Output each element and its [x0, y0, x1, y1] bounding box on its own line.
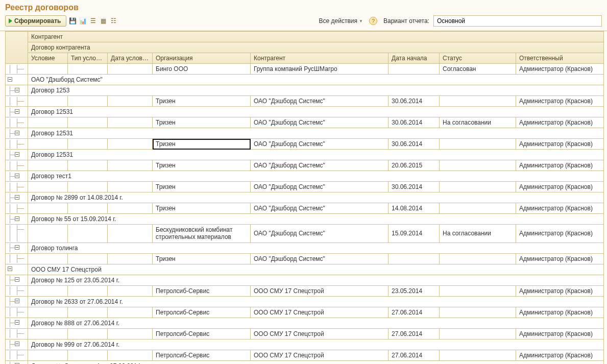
- cell-data_usl: [108, 139, 153, 150]
- cell-tip: [68, 160, 108, 171]
- table-row[interactable]: Бескудниковский комбинат строительных ма…: [6, 225, 604, 243]
- cell-org: Петролсиб-Сервис: [153, 328, 251, 339]
- group-row[interactable]: Договор № 125 от 23.05.2014 г.: [6, 275, 604, 285]
- cell-otv: Администратор (Краснов): [516, 64, 604, 75]
- collapse-icon[interactable]: [15, 109, 19, 114]
- collapse-icon[interactable]: [15, 174, 19, 178]
- contracts-grid[interactable]: Контрагент Договор контрагента Условие Т…: [5, 31, 604, 364]
- cell-kontragent: ОАО "Дэшборд Системс": [251, 203, 389, 214]
- group-row[interactable]: Договор № 55 от 15.09.2014 г.: [6, 214, 604, 225]
- tree-cell: [6, 264, 28, 275]
- cell-date: 30.06.2014: [389, 117, 440, 128]
- cell-tip: [68, 285, 108, 296]
- table-row[interactable]: ТризенОАО "Дэшборд Системс"30.06.2014Адм…: [6, 139, 604, 150]
- group-row[interactable]: Договор № 2899 от 14.08.2014 г.: [6, 192, 604, 203]
- cell-uslovie: [28, 182, 68, 192]
- header-data-usl[interactable]: Дата условия: [108, 53, 153, 64]
- variant-input[interactable]: [433, 15, 602, 27]
- collapse-icon[interactable]: [8, 266, 12, 271]
- table-row[interactable]: Бинго ОООГруппа компаний РусШМагроСоглас…: [6, 64, 604, 75]
- cell-date: 30.06.2014: [389, 139, 440, 150]
- group-row[interactable]: Договор тест1: [6, 171, 604, 182]
- header-status[interactable]: Статус: [440, 53, 516, 64]
- cell-org: Бинго ООО: [153, 64, 251, 75]
- tree-cell: [6, 225, 28, 243]
- group-row[interactable]: Договор толинга: [6, 242, 604, 253]
- group-label: ООО СМУ 17 Спецстрой: [28, 264, 604, 275]
- cell-tip: [68, 203, 108, 214]
- header-data-start[interactable]: Дата начала: [389, 53, 440, 64]
- list-icon[interactable]: ☷: [109, 17, 117, 25]
- cell-status: [440, 307, 516, 318]
- group-row[interactable]: Договор 12531: [6, 128, 604, 139]
- table-row[interactable]: Петролсиб-СервисООО СМУ 17 Спецстрой27.0…: [6, 328, 604, 339]
- cell-uslovie: [28, 350, 68, 360]
- group-row[interactable]: Договор 1253: [6, 85, 604, 96]
- cell-status: [440, 350, 516, 360]
- group-row[interactable]: Договор 12531: [6, 150, 604, 160]
- save-report-icon[interactable]: 💾: [68, 17, 77, 25]
- group-label: Договор № 2899 от 14.08.2014 г.: [28, 192, 604, 203]
- group-row[interactable]: ОАО "Дэшборд Системс": [6, 75, 604, 85]
- table-row[interactable]: ТризенОАО "Дэшборд Системс"Администратор…: [6, 253, 604, 264]
- cell-uslovie: [28, 139, 68, 150]
- cell-status: [440, 203, 516, 214]
- group-label: Договор № 55 от 15.09.2014 г.: [28, 214, 604, 225]
- help-icon[interactable]: ?: [369, 17, 377, 25]
- table-row[interactable]: ТризенОАО "Дэшборд Системс"14.08.2014Адм…: [6, 203, 604, 214]
- table-row[interactable]: Петролсиб-СервисООО СМУ 17 Спецстрой27.0…: [6, 307, 604, 318]
- cell-otv: Администратор (Краснов): [516, 225, 604, 243]
- collapse-icon[interactable]: [15, 131, 19, 135]
- header-kontragent[interactable]: Контрагент: [251, 53, 389, 64]
- cell-data_usl: [108, 182, 153, 192]
- tree-cell: [6, 203, 28, 214]
- cell-data_usl: [108, 285, 153, 296]
- table-row[interactable]: ТризенОАО "Дэшборд Системс"30.06.2014Адм…: [6, 182, 604, 192]
- collapse-icon[interactable]: [15, 342, 19, 346]
- table-icon[interactable]: ▦: [99, 17, 107, 25]
- header-otv[interactable]: Ответственный: [516, 53, 604, 64]
- cell-otv: Администратор (Краснов): [516, 253, 604, 264]
- table-row[interactable]: ТризенОАО "Дэшборд Системс"30.06.2014На …: [6, 117, 604, 128]
- header-uslovie[interactable]: Условие: [28, 53, 68, 64]
- table-row[interactable]: ТризенОАО "Дэшборд Системс"20.06.2015Адм…: [6, 160, 604, 171]
- group-row[interactable]: Договор № 999 от 27.06.2014 г.: [6, 339, 604, 350]
- form-button[interactable]: Сформировать: [5, 15, 66, 27]
- cell-kontragent: ОАО "Дэшборд Системс": [251, 225, 389, 243]
- header-org[interactable]: Организация: [153, 53, 251, 64]
- group-row[interactable]: Договор № 2633 от 27.06.2014 г.: [6, 296, 604, 307]
- header-kontragent-top: Контрагент: [28, 32, 604, 42]
- header-tip[interactable]: Тип условий: [68, 53, 108, 64]
- group-label: Договор 12531: [28, 128, 604, 139]
- group-row[interactable]: Договор № 888 от 27.06.2014 г.: [6, 318, 604, 328]
- cell-uslovie: [28, 307, 68, 318]
- cell-tip: [68, 328, 108, 339]
- collapse-icon[interactable]: [15, 245, 19, 250]
- group-row[interactable]: ООО СМУ 17 Спецстрой: [6, 264, 604, 275]
- tree-cell: [6, 214, 28, 225]
- group-label: Договор № 999 от 27.06.2014 г.: [28, 339, 604, 350]
- filter-icon[interactable]: ☰: [89, 17, 97, 25]
- table-row[interactable]: Петролсиб-СервисООО СМУ 17 Спецстрой23.0…: [6, 285, 604, 296]
- group-row[interactable]: Договор № Отклонено 1 от 27.06.2014 г.: [6, 360, 604, 364]
- all-actions-dropdown[interactable]: Все действия ▼: [319, 17, 363, 25]
- group-label: Договор толинга: [28, 242, 604, 253]
- cell-data_usl: [108, 350, 153, 360]
- collapse-icon[interactable]: [15, 195, 19, 200]
- collapse-icon[interactable]: [15, 277, 19, 282]
- tree-cell: [6, 318, 28, 328]
- chart-icon[interactable]: 📊: [79, 17, 87, 25]
- play-icon: [9, 18, 12, 23]
- tree-cell: [6, 328, 28, 339]
- cell-kontragent: ООО СМУ 17 Спецстрой: [251, 350, 389, 360]
- cell-status: Согласован: [440, 64, 516, 75]
- table-row[interactable]: Петролсиб-СервисООО СМУ 17 Спецстрой27.0…: [6, 350, 604, 360]
- group-row[interactable]: Договор 12531: [6, 107, 604, 117]
- collapse-icon[interactable]: [15, 320, 19, 325]
- collapse-icon[interactable]: [15, 299, 19, 303]
- collapse-icon[interactable]: [15, 216, 19, 221]
- table-row[interactable]: ТризенОАО "Дэшборд Системс"30.06.2014Адм…: [6, 96, 604, 107]
- collapse-icon[interactable]: [8, 77, 12, 82]
- collapse-icon[interactable]: [15, 152, 19, 157]
- collapse-icon[interactable]: [15, 88, 19, 92]
